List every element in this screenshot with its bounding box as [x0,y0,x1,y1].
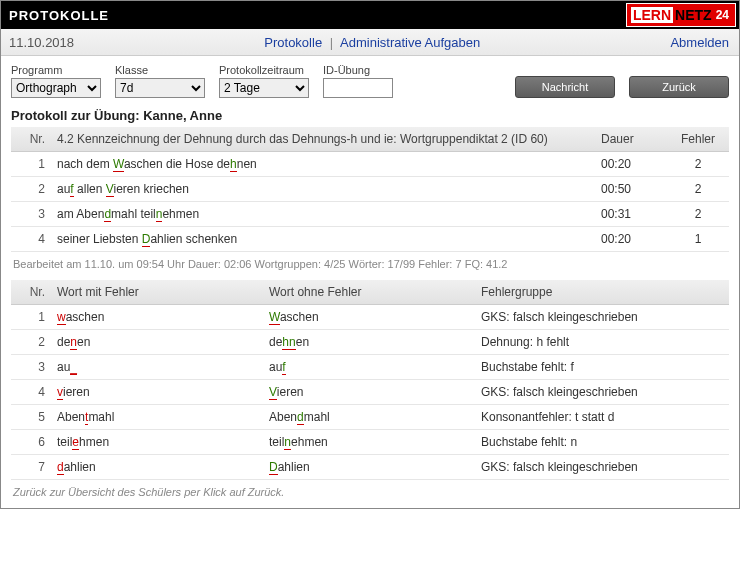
table-row: 2auf allen Vieren kriechen00:502 [11,177,729,202]
table-row: 5AbentmahlAbendmahlKonsonantfehler: t st… [11,405,729,430]
table-row: 2denendehnenDehnung: h fehlt [11,330,729,355]
nav-admin-link[interactable]: Administrative Aufgaben [340,35,480,50]
period-select[interactable]: 2 Tage [219,78,309,98]
program-select[interactable]: Orthograph [11,78,101,98]
col-task: 4.2 Kennzeichnung der Dehnung durch das … [51,127,595,152]
table-row: 1waschenWaschenGKS: falsch kleingeschrie… [11,305,729,330]
current-date: 11.10.2018 [1,35,74,50]
page-title: PROTOKOLLE [1,8,109,23]
section-title: Protokoll zur Übung: Kanne, Anne [11,108,729,123]
program-label: Programm [11,64,101,76]
id-input[interactable] [323,78,393,98]
col-nr: Nr. [11,127,51,152]
id-label: ID-Übung [323,64,393,76]
class-select[interactable]: 7d [115,78,205,98]
message-button[interactable]: Nachricht [515,76,615,98]
errors-table: Nr. Wort mit Fehler Wort ohne Fehler Feh… [11,280,729,480]
logout-link[interactable]: Abmelden [670,35,729,50]
col-errors: Fehler [667,127,729,152]
table-row: 4vierenVierenGKS: falsch kleingeschriebe… [11,380,729,405]
table-row: 3au_aufBuchstabe fehlt: f [11,355,729,380]
back-button[interactable]: Zurück [629,76,729,98]
col-duration: Dauer [595,127,667,152]
table-row: 1nach dem Waschen die Hose dehnen00:202 [11,152,729,177]
footnote: Zurück zur Übersicht des Schülers per Kl… [13,486,727,498]
table-row: 4seiner Liebsten Dahlien schenken00:201 [11,227,729,252]
exercise-table: Nr. 4.2 Kennzeichnung der Dehnung durch … [11,127,729,252]
table-row: 6teilehmenteilnehmenBuchstabe fehlt: n [11,430,729,455]
exercise-meta: Bearbeitet am 11.10. um 09:54 Uhr Dauer:… [13,258,727,270]
nav-protokolle-link[interactable]: Protokolle [264,35,322,50]
period-label: Protokollzeitraum [219,64,309,76]
table-row: 7dahlienDahlienGKS: falsch kleingeschrie… [11,455,729,480]
logo: LERN NETZ 24 [626,3,736,27]
table-row: 3am Abendmahl teilnehmen00:312 [11,202,729,227]
class-label: Klasse [115,64,205,76]
